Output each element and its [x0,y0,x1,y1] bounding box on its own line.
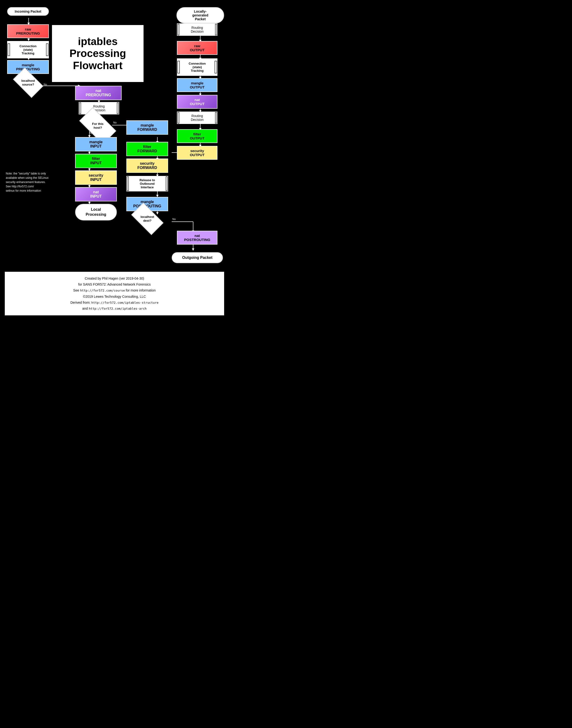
side-bar-left [8,44,10,56]
routing-decision-right: RoutingDecision [177,112,217,124]
side-bar-right-2 [117,102,119,114]
nat-prerouting: nat PREROUTING [75,86,122,100]
side-bar-right [46,44,49,56]
note-text: Note: the "security" table is only avail… [6,172,49,192]
mangle-output: mangle OUTPUT [177,78,217,92]
footer-line1: Created by Phil Hagen (ver 2019-04-30) [9,276,219,282]
security-output: security OUTPUT [177,146,217,160]
conn-tracking-right: Connection (state) Tracking [177,58,217,76]
routing-decision-top-right: RoutingDecision [177,23,217,36]
side-bar-left-2 [79,102,81,114]
outgoing-packet: Outgoing Packet [172,252,223,263]
side-bar-rel-l [127,176,129,191]
local-processing-text: Local Processing [86,207,106,216]
footer-line2: for SANS FOR572: Advanced Network Forens… [9,282,219,287]
side-bar-rdr-l [177,112,179,124]
mangle-forward: mangle FORWARD [126,120,168,135]
side-bar-rtr-l [177,24,179,35]
for-this-host: For this host? [74,116,122,135]
filter-output: filter OUTPUT [177,129,217,143]
conn-tracking-pre: Connection (state) Tracking [7,41,49,58]
side-bar-ctr-l [177,61,180,73]
incoming-packet: Incoming Packet [7,7,49,16]
local-processing: Local Processing [75,204,117,220]
side-bar-rtr-r [215,24,217,35]
locally-generated-text: Locally- generated Packet [193,9,208,21]
flowchart-container: No Yes No No Yes Incoming Packet raw PRE… [5,5,224,267]
footer-line5: Derived from: http://for572.com/iptables… [9,300,219,306]
locally-generated: Locally- generated Packet [176,7,224,23]
filter-forward: filter FORWARD [126,142,168,156]
raw-output: raw OUTPUT [177,41,217,55]
footer-line6: and http://for572.com/iptables-arch [9,306,219,311]
nat-postrouting: nat POSTROUTING [177,231,217,244]
routing-text: RoutingDecision [82,104,116,112]
side-bar-rel-r [166,176,168,191]
page: No Yes No No Yes Incoming Packet raw PRE… [0,0,229,320]
mangle-input: mangle INPUT [75,137,117,151]
svg-marker-3 [27,39,30,41]
security-forward: security FORWARD [126,158,168,173]
side-bar-rdr-r [215,112,217,124]
footer-line4: ©2019 Lewes Technology Consulting, LLC [9,294,219,300]
routing-decision-center: RoutingDecision [79,102,119,115]
nat-output: nat OUTPUT [177,95,217,109]
localhost-dest: localhost dest? [126,210,168,227]
svg-marker-40 [192,248,194,251]
nat-input: nat INPUT [75,187,117,202]
title-box: iptables Processing Flowchart [51,24,144,83]
release-outbound: Release to Outbound Interface [126,176,168,192]
localhost-source: localhost source? [9,74,47,91]
security-input: security INPUT [75,170,117,185]
side-bar-ctr-r [215,61,217,73]
footer-line3: See http://for572.com/course for more in… [9,287,219,293]
no-label-3: No [172,218,176,220]
filter-input: filter INPUT [75,154,117,168]
footer: Created by Phil Hagen (ver 2019-04-30) f… [5,272,224,315]
raw-prerouting: raw PREROUTING [7,24,49,38]
note-box: Note: the "security" table is only avail… [5,170,57,194]
